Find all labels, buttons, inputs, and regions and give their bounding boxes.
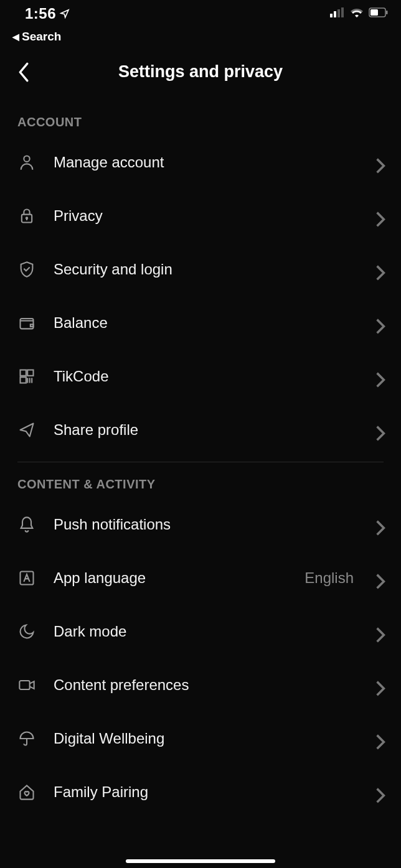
svg-rect-19	[19, 681, 29, 689]
row-label: Privacy	[54, 207, 357, 225]
row-label: Balance	[54, 314, 357, 332]
umbrella-icon	[17, 729, 36, 748]
row-content-preferences[interactable]: Content preferences	[0, 658, 401, 712]
back-button[interactable]	[12, 61, 35, 83]
row-privacy[interactable]: Privacy	[0, 189, 401, 243]
chevron-right-icon	[375, 786, 386, 798]
bell-icon	[17, 515, 36, 534]
row-share-profile[interactable]: Share profile	[0, 403, 401, 457]
svg-rect-1	[334, 11, 336, 17]
page-title: Settings and privacy	[12, 62, 389, 82]
row-family-pairing[interactable]: Family Pairing	[0, 765, 401, 819]
chevron-right-icon	[375, 626, 386, 637]
home-indicator[interactable]	[126, 859, 275, 863]
page-header: Settings and privacy	[0, 51, 401, 100]
row-label: Manage account	[54, 154, 357, 171]
chevron-right-icon	[375, 157, 386, 168]
row-balance[interactable]: Balance	[0, 296, 401, 350]
wallet-icon	[17, 314, 36, 332]
row-label: Share profile	[54, 421, 357, 439]
location-icon	[60, 5, 70, 22]
chevron-right-icon	[375, 424, 386, 436]
svg-rect-6	[386, 11, 388, 14]
chevron-right-icon	[375, 210, 386, 222]
row-label: Dark mode	[54, 623, 357, 640]
share-icon	[17, 421, 36, 439]
chevron-right-icon	[375, 572, 386, 584]
moon-icon	[17, 622, 36, 641]
language-icon	[17, 569, 36, 587]
row-label: TikCode	[54, 368, 357, 385]
row-digital-wellbeing[interactable]: Digital Wellbeing	[0, 712, 401, 765]
row-dark-mode[interactable]: Dark mode	[0, 605, 401, 658]
row-label: Push notifications	[54, 516, 357, 533]
qrcode-icon	[17, 367, 36, 386]
row-value: English	[304, 569, 354, 587]
status-time: 1:56	[25, 5, 56, 22]
lock-icon	[17, 207, 36, 225]
svg-rect-2	[337, 9, 340, 17]
svg-rect-3	[341, 7, 344, 17]
row-label: Security and login	[54, 261, 357, 278]
status-bar: 1:56	[0, 0, 401, 27]
cellular-icon	[330, 7, 345, 20]
back-to-app[interactable]: ◀ Search	[0, 27, 401, 51]
chevron-right-icon	[375, 679, 386, 691]
chevron-right-icon	[375, 371, 386, 382]
shield-icon	[17, 260, 36, 279]
chevron-right-icon	[375, 317, 386, 329]
row-label: Digital Wellbeing	[54, 730, 357, 747]
back-caret-icon: ◀	[12, 32, 19, 42]
chevron-right-icon	[375, 733, 386, 744]
person-icon	[17, 153, 36, 172]
row-tikcode[interactable]: TikCode	[0, 350, 401, 403]
back-app-label: Search	[22, 30, 61, 44]
svg-rect-14	[21, 377, 26, 383]
chevron-right-icon	[375, 519, 386, 530]
row-manage-account[interactable]: Manage account	[0, 136, 401, 189]
row-push-notifications[interactable]: Push notifications	[0, 498, 401, 551]
svg-point-7	[24, 156, 29, 162]
chevron-right-icon	[375, 264, 386, 275]
svg-rect-5	[370, 9, 378, 16]
row-security-login[interactable]: Security and login	[0, 243, 401, 296]
row-label: Content preferences	[54, 676, 357, 694]
svg-rect-12	[21, 370, 26, 376]
battery-icon	[369, 7, 389, 20]
row-label: Family Pairing	[54, 783, 357, 801]
section-header-account: ACCOUNT	[0, 100, 401, 136]
svg-rect-0	[330, 14, 333, 17]
wifi-icon	[350, 7, 364, 20]
svg-rect-13	[27, 370, 33, 376]
row-label: App language	[54, 569, 287, 587]
video-icon	[17, 676, 36, 694]
row-app-language[interactable]: App language English	[0, 551, 401, 605]
section-header-content-activity: CONTENT & ACTIVITY	[0, 462, 401, 498]
home-heart-icon	[17, 783, 36, 801]
